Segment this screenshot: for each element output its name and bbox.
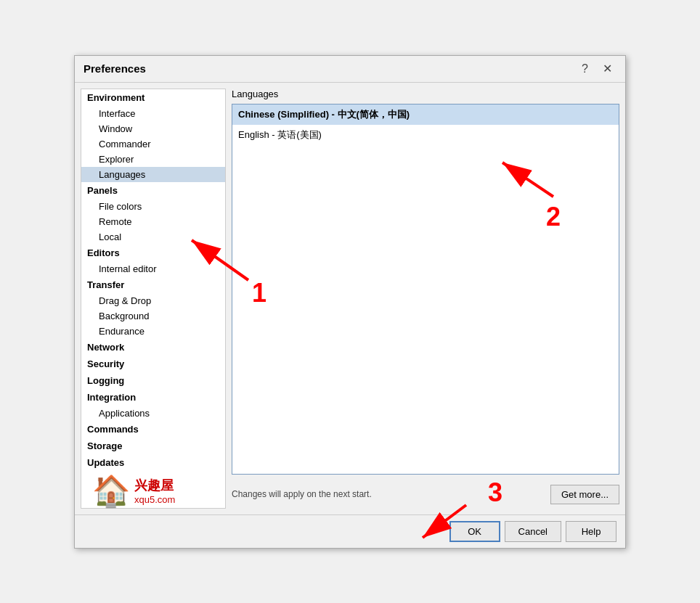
sidebar-section-environment[interactable]: Environment (81, 89, 225, 106)
dialog-body: EnvironmentInterfaceWindowCommanderExplo… (75, 83, 625, 514)
sidebar-section-network[interactable]: Network (81, 339, 225, 356)
sidebar-section-logging[interactable]: Logging (81, 372, 225, 389)
ok-button[interactable]: OK (449, 521, 500, 542)
sidebar-item-endurance[interactable]: Endurance (81, 324, 225, 339)
content-footer-row: Changes will apply on the next start. Ge… (232, 480, 619, 509)
sidebar-section-transfer[interactable]: Transfer (81, 276, 225, 293)
sidebar-section-updates[interactable]: Updates (81, 454, 225, 471)
language-item-english[interactable]: English - 英语(美国) (232, 125, 619, 145)
preferences-dialog: Preferences ? ✕ EnvironmentInterfaceWind… (74, 55, 626, 549)
cancel-button[interactable]: Cancel (505, 521, 561, 542)
sidebar-item-background[interactable]: Background (81, 308, 225, 324)
sidebar-item-interface[interactable]: Interface (81, 106, 225, 121)
status-text: Changes will apply on the next start. (232, 485, 372, 504)
sidebar-item-languages[interactable]: Languages (81, 167, 225, 182)
sidebar-section-storage[interactable]: Storage (81, 438, 225, 454)
sidebar-section-commands[interactable]: Commands (81, 421, 225, 438)
sidebar-section-panels[interactable]: Panels (81, 182, 225, 199)
get-more-button[interactable]: Get more... (550, 485, 619, 504)
footer-buttons: OK Cancel Help (449, 521, 616, 542)
help-button[interactable]: ? (577, 62, 593, 76)
section-title: Languages (232, 89, 619, 99)
sidebar-item-explorer[interactable]: Explorer (81, 152, 225, 167)
sidebar: EnvironmentInterfaceWindowCommanderExplo… (81, 89, 226, 509)
sidebar-item-drag-drop[interactable]: Drag & Drop (81, 293, 225, 308)
help-footer-button[interactable]: Help (566, 521, 616, 542)
languages-listbox[interactable]: Chinese (Simplified) - 中文(简体，中国)English … (232, 104, 619, 475)
dialog-bottom: OK Cancel Help (75, 514, 625, 548)
sidebar-section-integration[interactable]: Integration (81, 389, 225, 406)
sidebar-section-editors[interactable]: Editors (81, 245, 225, 261)
sidebar-item-commander[interactable]: Commander (81, 136, 225, 152)
title-controls: ? ✕ (577, 62, 616, 76)
content-panel: Languages Chinese (Simplified) - 中文(简体，中… (232, 89, 619, 475)
sidebar-item-file-colors[interactable]: File colors (81, 199, 225, 214)
sidebar-item-window[interactable]: Window (81, 121, 225, 136)
language-item-chinese-simplified[interactable]: Chinese (Simplified) - 中文(简体，中国) (232, 104, 619, 125)
title-bar: Preferences ? ✕ (75, 56, 625, 83)
sidebar-section-security[interactable]: Security (81, 356, 225, 372)
sidebar-item-applications[interactable]: Applications (81, 406, 225, 421)
dialog-title: Preferences (84, 62, 146, 75)
title-bar-left: Preferences (84, 62, 146, 75)
main-content: Languages Chinese (Simplified) - 中文(简体，中… (232, 89, 619, 509)
sidebar-item-remote[interactable]: Remote (81, 214, 225, 229)
close-button[interactable]: ✕ (598, 62, 616, 76)
sidebar-item-internal-editor[interactable]: Internal editor (81, 261, 225, 276)
sidebar-item-local[interactable]: Local (81, 229, 225, 245)
